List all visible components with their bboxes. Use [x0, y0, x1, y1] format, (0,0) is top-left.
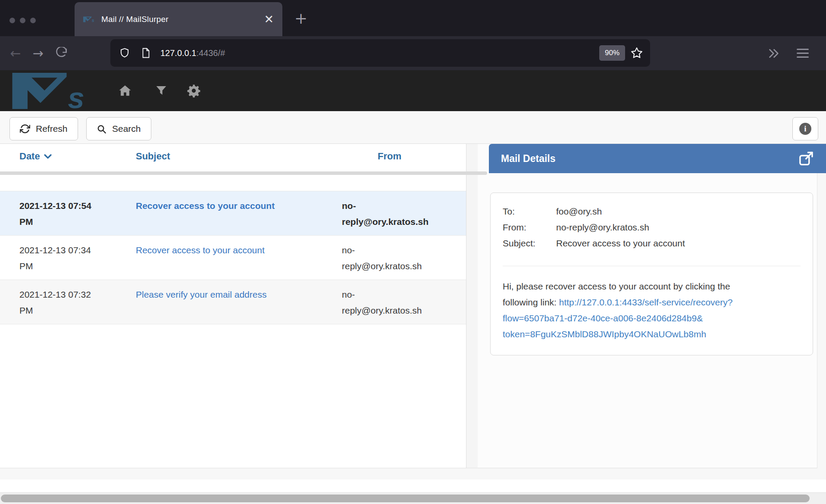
field-to-label: To:	[503, 203, 556, 219]
field-to: To: foo@ory.sh	[503, 203, 801, 219]
window-controls	[9, 18, 36, 23]
mailslurper-favicon-icon: s	[83, 16, 95, 22]
svg-text:s: s	[92, 18, 94, 22]
app-toolbar: Refresh Search i	[0, 111, 826, 144]
forward-button[interactable]: →	[28, 36, 47, 70]
field-subject-value: Recover access to your account	[556, 235, 801, 251]
search-icon	[97, 124, 106, 134]
bottom-spacer	[0, 468, 826, 479]
date-header-label: Date	[19, 151, 40, 162]
mail-subject-link[interactable]: Recover access to your account	[136, 242, 328, 280]
tab-close-icon[interactable]: ✕	[264, 13, 274, 25]
url-bar[interactable]: 127.0.0.1:4436/# 90%	[110, 39, 650, 67]
mail-list-row[interactable]: 2021-12-13 07:34 PM Recover access to yo…	[0, 236, 466, 280]
page-horizontal-scrollbar[interactable]	[0, 492, 826, 504]
field-subject: Subject: Recover access to your account	[503, 235, 801, 251]
bookmark-star-icon[interactable]	[630, 47, 643, 59]
mail-date: 2021-12-13 07:32 PM	[19, 286, 103, 324]
refresh-button[interactable]: Refresh	[9, 117, 78, 140]
column-header-date[interactable]: Date	[19, 151, 52, 162]
url-path: :4436/#	[196, 48, 225, 58]
field-subject-label: Subject:	[503, 235, 556, 251]
browser-tab[interactable]: s Mail // MailSlurper ✕	[75, 2, 282, 36]
mail-subject-link[interactable]: Please verify your email address	[136, 286, 328, 324]
open-in-new-window-icon[interactable]	[798, 151, 814, 167]
mail-date: 2021-12-13 07:54 PM	[19, 198, 103, 235]
mail-from: no-reply@ory.kratos.sh	[342, 286, 432, 324]
mail-list-row[interactable]: 2021-12-13 07:32 PM Please verify your e…	[0, 280, 466, 324]
mail-date: 2021-12-13 07:34 PM	[19, 242, 103, 280]
list-scrollbar-horizontal[interactable]	[0, 171, 487, 175]
search-button[interactable]: Search	[86, 117, 151, 140]
page-info-icon[interactable]	[141, 47, 151, 59]
zoom-level-badge[interactable]: 90%	[599, 45, 625, 61]
divider	[503, 266, 801, 266]
mail-details-header: Mail Details	[489, 144, 826, 173]
mail-details-card: To: foo@ory.sh From: no-reply@ory.kratos…	[490, 193, 813, 355]
gear-icon[interactable]	[187, 84, 201, 98]
svg-text:s: s	[68, 81, 84, 109]
sort-chevron-down-icon	[44, 154, 52, 159]
info-button[interactable]: i	[792, 117, 818, 140]
mail-from: no-reply@ory.kratos.sh	[342, 198, 432, 235]
mail-list-panel: Date Subject From 2021-12-13 07:54 PM Re…	[0, 144, 478, 468]
page-scrollbar-thumb[interactable]	[1, 495, 810, 502]
tab-title: Mail // MailSlurper	[101, 15, 169, 24]
browser-nav-toolbar: ← → 127.0.0.1:4436/# 90%	[0, 36, 826, 70]
column-header-subject: Subject	[136, 151, 170, 162]
field-to-value: foo@ory.sh	[556, 203, 801, 219]
home-icon[interactable]	[118, 84, 132, 98]
mail-list-scrollbar[interactable]	[466, 144, 478, 468]
new-tab-button[interactable]: +	[294, 9, 307, 27]
mail-body: Hi, please recover access to your accoun…	[503, 278, 761, 342]
filter-icon[interactable]	[154, 84, 168, 97]
menu-hamburger-icon[interactable]	[797, 49, 809, 58]
browser-tab-bar: s Mail // MailSlurper ✕ +	[0, 0, 826, 36]
mail-list-body: 2021-12-13 07:54 PM Recover access to yo…	[0, 191, 466, 324]
field-from: From: no-reply@ory.kratos.sh	[503, 219, 801, 235]
mail-subject-link[interactable]: Recover access to your account	[136, 198, 328, 235]
search-label: Search	[112, 124, 141, 134]
refresh-icon	[20, 124, 30, 134]
shield-icon[interactable]	[119, 47, 130, 59]
info-icon: i	[799, 123, 811, 135]
mail-from: no-reply@ory.kratos.sh	[342, 242, 432, 280]
column-header-from: From	[378, 151, 401, 162]
mailslurper-navbar: s	[0, 70, 826, 111]
reload-icon[interactable]	[51, 36, 70, 70]
url-text: 127.0.0.1:4436/#	[160, 48, 225, 58]
url-host: 127.0.0.1	[160, 48, 196, 58]
overflow-menu-icon[interactable]	[767, 47, 779, 60]
mail-details-title: Mail Details	[501, 153, 556, 165]
back-button[interactable]: ←	[6, 36, 25, 70]
bottom-spacer-white	[0, 479, 826, 492]
field-from-label: From:	[503, 219, 556, 235]
mailslurper-logo: s	[9, 73, 94, 109]
refresh-label: Refresh	[36, 124, 68, 134]
mail-list-row[interactable]: 2021-12-13 07:54 PM Recover access to yo…	[0, 191, 466, 236]
field-from-value: no-reply@ory.kratos.sh	[556, 219, 801, 235]
